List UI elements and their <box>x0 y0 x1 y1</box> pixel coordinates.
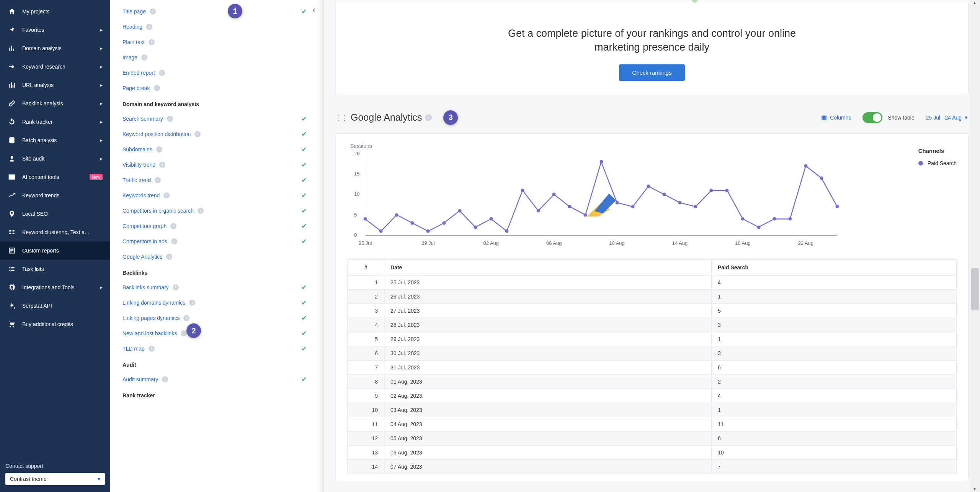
chart-point[interactable] <box>599 160 603 164</box>
table-row[interactable]: 1205 Aug. 20236 <box>348 431 957 445</box>
widget-item[interactable]: Plain texti <box>110 34 323 50</box>
collapse-panel-button[interactable]: ‹ <box>311 3 317 17</box>
widget-link[interactable]: Subdomains <box>122 146 152 153</box>
chart-point[interactable] <box>694 205 697 208</box>
sidebar-item-database[interactable]: Batch analysis▸ <box>0 131 110 149</box>
info-icon[interactable]: i <box>159 162 165 168</box>
widget-link[interactable]: TLD map <box>122 346 145 352</box>
widget-item[interactable]: TLD mapi✔ <box>110 341 323 356</box>
show-table-toggle[interactable] <box>862 112 882 123</box>
sidebar-item-chart-bars[interactable]: Domain analysis▸ <box>0 39 110 57</box>
table-row[interactable]: 1104 Aug. 202311 <box>348 417 957 431</box>
widget-link[interactable]: Linking pages dynamics <box>122 315 180 321</box>
scroll-up-icon[interactable]: ▲ <box>973 1 977 5</box>
widget-item[interactable]: Embed reporti <box>110 65 323 80</box>
info-icon[interactable]: i <box>189 300 195 306</box>
chart-point[interactable] <box>788 217 792 221</box>
info-icon[interactable]: i <box>162 376 168 382</box>
table-row[interactable]: 226 Jul. 20231 <box>348 289 957 303</box>
col-date[interactable]: Date <box>384 259 712 275</box>
sidebar-item-report[interactable]: Custom reports <box>0 241 110 260</box>
widget-item[interactable]: Backlinks summaryi✔ <box>110 280 323 295</box>
chart-point[interactable] <box>379 230 383 233</box>
info-icon[interactable]: i <box>146 24 152 30</box>
widget-link[interactable]: Image <box>122 54 137 61</box>
info-icon[interactable]: i <box>141 54 147 61</box>
info-icon[interactable]: i <box>150 8 156 15</box>
info-icon[interactable]: i <box>181 330 187 336</box>
table-row[interactable]: 1306 Aug. 202310 <box>348 445 957 459</box>
info-icon[interactable]: i <box>167 116 173 122</box>
widget-item[interactable]: New and lost backlinksi✔ <box>110 326 323 341</box>
page-scrollbar[interactable]: ▲ ▼ <box>970 0 980 492</box>
info-icon[interactable]: i <box>171 238 177 244</box>
widget-item[interactable]: Keywords trendi✔ <box>110 188 323 203</box>
info-icon[interactable]: i <box>173 284 179 290</box>
widget-link[interactable]: Plain text <box>122 39 145 45</box>
chart-point[interactable] <box>537 209 540 212</box>
info-icon[interactable]: i <box>154 85 160 91</box>
sidebar-item-refresh[interactable]: Rank tracker▸ <box>0 113 110 131</box>
check-rankings-button[interactable]: Check rankings <box>619 64 684 81</box>
widget-link[interactable]: Heading <box>122 24 142 30</box>
contact-support-link[interactable]: Contact support <box>5 463 105 469</box>
info-icon[interactable]: i <box>163 192 170 198</box>
col-index[interactable]: # <box>348 259 384 275</box>
sidebar-item-users[interactable]: Site audit▸ <box>0 149 110 168</box>
table-row[interactable]: 529 Jul. 20231 <box>348 332 957 346</box>
table-row[interactable]: 125 Jul. 20234 <box>348 275 957 289</box>
widget-item[interactable]: Competitors graphi✔ <box>110 218 323 234</box>
chart-point[interactable] <box>505 230 508 233</box>
chart-point[interactable] <box>773 217 776 221</box>
sidebar-item-link[interactable]: Backlink analysis▸ <box>0 94 110 113</box>
widget-link[interactable]: Backlinks summary <box>122 284 169 290</box>
info-icon[interactable]: i <box>155 177 161 183</box>
table-row[interactable]: 731 Jul. 20236 <box>348 360 957 374</box>
widget-link[interactable]: Keyword position distribution <box>122 131 191 137</box>
widget-item[interactable]: Google Analyticsi <box>110 249 323 264</box>
chart-point[interactable] <box>411 221 414 225</box>
chart-point[interactable] <box>395 213 399 216</box>
chart-point[interactable] <box>631 205 634 208</box>
info-icon[interactable]: i <box>149 346 155 352</box>
chart-point[interactable] <box>836 205 839 208</box>
sidebar-item-pin[interactable]: Favorites▸ <box>0 21 110 39</box>
chart-point[interactable] <box>568 205 572 208</box>
theme-select[interactable]: Contrast theme ▾ <box>5 473 105 485</box>
widget-link[interactable]: Audit summary <box>122 376 158 382</box>
widget-item[interactable]: Traffic trendi✔ <box>110 172 323 188</box>
legend-item-paid-search[interactable]: Paid Search <box>918 160 957 166</box>
widget-link[interactable]: Competitors graph <box>122 223 167 229</box>
widget-link[interactable]: Competitors in organic search <box>122 208 194 214</box>
chart-point[interactable] <box>426 230 430 233</box>
table-row[interactable]: 630 Jul. 20233 <box>348 346 957 360</box>
table-row[interactable]: 428 Jul. 20233 <box>348 318 957 332</box>
info-icon[interactable]: i <box>170 223 176 229</box>
sidebar-item-list[interactable]: Task lists <box>0 260 110 278</box>
chart-point[interactable] <box>521 189 524 192</box>
widget-link[interactable]: Traffic trend <box>122 177 151 183</box>
widget-item[interactable]: Audit summaryi✔ <box>110 372 323 387</box>
chart-point[interactable] <box>552 193 556 196</box>
scrollbar-thumb[interactable] <box>971 268 979 310</box>
widget-link[interactable]: Search summary <box>122 116 163 122</box>
widget-link[interactable]: Competitors in ads <box>122 238 167 244</box>
scroll-down-icon[interactable]: ▼ <box>973 487 977 491</box>
widget-link[interactable]: Page break <box>122 85 150 91</box>
widget-link[interactable]: Title page <box>122 8 146 15</box>
widget-item[interactable]: Competitors in organic searchi✔ <box>110 203 323 218</box>
widget-item[interactable]: Search summaryi✔ <box>110 111 323 126</box>
widget-link[interactable]: New and lost backlinks <box>122 330 177 336</box>
table-row[interactable]: 1407 Aug. 20237 <box>348 459 957 474</box>
sidebar-item-gear[interactable]: Integrations and Tools▸ <box>0 278 110 297</box>
widget-item[interactable]: Keyword position distributioni✔ <box>110 126 323 142</box>
sidebar-item-sparkle[interactable]: Serpstat API <box>0 297 110 315</box>
col-paid-search[interactable]: Paid Search <box>712 259 957 275</box>
chart-point[interactable] <box>741 217 745 221</box>
chart-point[interactable] <box>364 217 367 221</box>
chart-point[interactable] <box>489 217 493 221</box>
chart-point[interactable] <box>725 189 729 192</box>
widget-item[interactable]: Linking pages dynamicsi✔ <box>110 310 323 326</box>
widget-link[interactable]: Linking domains dynamics <box>122 300 185 306</box>
sidebar-item-window[interactable]: AI content toolsNew <box>0 168 110 186</box>
